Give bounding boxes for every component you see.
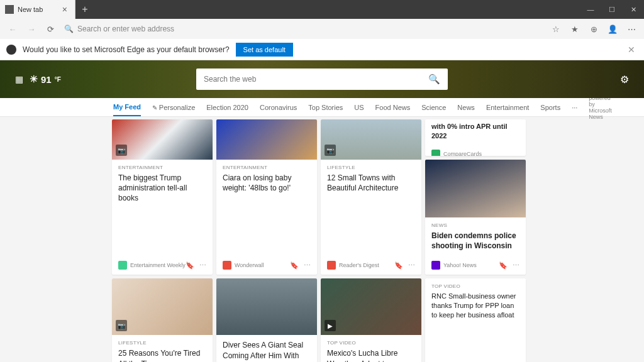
card-title: Biden condemns police shooting in Wiscon… (431, 231, 519, 251)
source-badge (223, 261, 231, 270)
source-name: Entertainment Weekly (130, 262, 186, 268)
more-icon[interactable]: ⋯ (623, 20, 640, 38)
search-icon: 🔍 (64, 25, 74, 33)
card-title: RNC Small-business owner thanks Trump fo… (431, 292, 519, 320)
favorites-icon[interactable]: ★ (566, 20, 584, 38)
ad-card[interactable]: with 0% intro APR until 2022 CompareCard… (425, 119, 526, 156)
browser-tab[interactable]: New tab × (0, 0, 75, 19)
card-more-icon[interactable]: ⋯ (199, 261, 206, 270)
refresh-button[interactable]: ⟳ (42, 20, 59, 38)
source-badge (431, 261, 440, 270)
apps-grid-icon[interactable]: ▦ (15, 74, 23, 84)
temp-unit: °F (55, 76, 61, 83)
powered-by-label: powered by Microsoft News (589, 95, 612, 120)
play-icon: ▶ (325, 320, 336, 331)
news-card[interactable]: 📷 ENTERTAINMENTThe biggest Trump adminis… (112, 119, 213, 275)
col4-stack: with 0% intro APR until 2022 CompareCard… (425, 119, 526, 275)
search-input[interactable] (204, 75, 428, 84)
notif-text: Would you like to set Microsoft Edge as … (23, 45, 230, 54)
source-badge (327, 261, 336, 270)
tab-favicon (5, 5, 14, 14)
news-card[interactable]: NEWSBiden condemns police shooting in Wi… (425, 160, 526, 275)
gallery-icon: 📷 (116, 320, 127, 331)
minimize-button[interactable]: — (580, 0, 601, 19)
card-title: 12 Small Towns with Beautiful Architectu… (327, 173, 415, 193)
nav-coronavirus[interactable]: Coronavirus (260, 99, 297, 116)
card-category: TOP VIDEO (431, 283, 519, 289)
feed-nav: My Feed Personalize Election 2020 Corona… (0, 98, 644, 117)
window-controls: — ☐ ✕ (580, 0, 644, 19)
nav-science[interactable]: Science (421, 99, 446, 116)
card-title: 25 Reasons You're Tired All the Time (118, 348, 206, 362)
dismiss-notif-icon[interactable]: ✕ (625, 45, 638, 55)
page-settings-icon[interactable]: ⚙ (620, 74, 629, 85)
card-more-icon[interactable]: ⋯ (304, 261, 311, 270)
bookmark-icon[interactable]: 🔖 (394, 261, 403, 270)
profile-icon[interactable]: 👤 (604, 20, 621, 38)
ad-card[interactable]: Diver Sees A Giant Seal Coming After Him… (216, 278, 317, 362)
nav-personalize[interactable]: Personalize (152, 99, 195, 116)
card-title: Ciara on losing baby weight: '48lbs to g… (223, 173, 311, 193)
card-title: The biggest Trump administration tell-al… (118, 173, 206, 204)
card-image (425, 160, 526, 217)
nav-entertainment[interactable]: Entertainment (486, 99, 529, 116)
card-image: 📷 (112, 278, 213, 335)
nav-top-stories[interactable]: Top Stories (308, 99, 343, 116)
bookmark-icon[interactable]: 🔖 (290, 261, 299, 270)
default-browser-bar: Would you like to set Microsoft Edge as … (0, 39, 644, 60)
address-bar[interactable]: 🔍 Search or enter web address (60, 21, 546, 36)
close-tab-icon[interactable]: × (60, 4, 70, 14)
card-image: 📷 (321, 119, 421, 160)
gallery-icon: 📷 (325, 145, 336, 156)
search-submit-icon[interactable]: 🔍 (428, 74, 440, 85)
hero-section: ▦ ☀ 91 °F 🔍 ⚙ (0, 60, 644, 98)
news-card[interactable]: ENTERTAINMENTCiara on losing baby weight… (216, 119, 317, 275)
source-name: Wonderwall (235, 262, 264, 268)
card-category: TOP VIDEO (327, 340, 415, 346)
maximize-button[interactable]: ☐ (601, 0, 623, 19)
card-more-icon[interactable]: ⋯ (408, 261, 415, 270)
feed-content: 📷 ENTERTAINMENTThe biggest Trump adminis… (0, 117, 644, 362)
weather-icon: ☀ (30, 74, 38, 85)
card-title: Diver Sees A Giant Seal Coming After Him… (223, 340, 311, 362)
nav-sports[interactable]: Sports (540, 99, 560, 116)
news-card[interactable]: TOP VIDEORNC Small-business owner thanks… (425, 278, 526, 362)
card-image: ▶ (321, 278, 421, 335)
news-card[interactable]: ▶ TOP VIDEOMexico's Lucha Libre Wrestler… (321, 278, 421, 362)
weather-widget[interactable]: ☀ 91 °F (30, 74, 61, 85)
set-default-button[interactable]: Set as default (236, 43, 293, 57)
ad-badge (431, 150, 440, 156)
nav-us[interactable]: US (354, 99, 364, 116)
nav-more[interactable]: ··· (572, 99, 577, 116)
forward-button[interactable]: → (23, 20, 40, 38)
temp-value: 91 (41, 74, 52, 85)
tab-title: New tab (18, 6, 43, 13)
edge-icon (6, 45, 16, 55)
web-search-box[interactable]: 🔍 (196, 69, 448, 90)
news-card[interactable]: 📷 LIFESTYLE12 Small Towns with Beautiful… (321, 119, 421, 275)
collections-icon[interactable]: ⊕ (585, 20, 602, 38)
source-name: Yahoo! News (443, 262, 477, 268)
nav-food[interactable]: Food News (375, 99, 411, 116)
close-window-button[interactable]: ✕ (623, 0, 644, 19)
card-category: ENTERTAINMENT (223, 165, 311, 170)
nav-election[interactable]: Election 2020 (206, 99, 248, 116)
card-more-icon[interactable]: ⋯ (513, 261, 519, 270)
back-button[interactable]: ← (4, 20, 21, 38)
news-card[interactable]: 📷 LIFESTYLE25 Reasons You're Tired All t… (112, 278, 213, 362)
hero-left: ▦ ☀ 91 °F (15, 74, 61, 85)
bookmark-icon[interactable]: 🔖 (499, 261, 508, 270)
address-placeholder: Search or enter web address (77, 25, 174, 33)
reading-view-icon[interactable]: ☆ (547, 20, 565, 38)
browser-toolbar: ← → ⟳ 🔍 Search or enter web address ☆ ★ … (0, 19, 644, 39)
gallery-icon: 📷 (116, 145, 127, 156)
card-category: LIFESTYLE (327, 165, 415, 170)
new-tab-button[interactable]: + (75, 0, 94, 19)
card-image: 📷 (112, 119, 213, 160)
nav-my-feed[interactable]: My Feed (113, 99, 141, 116)
card-category: LIFESTYLE (118, 340, 206, 346)
ad-title: with 0% intro APR until 2022 (431, 122, 519, 141)
bookmark-icon[interactable]: 🔖 (186, 261, 194, 270)
nav-news[interactable]: News (457, 99, 475, 116)
source-name: Reader's Digest (339, 262, 379, 268)
